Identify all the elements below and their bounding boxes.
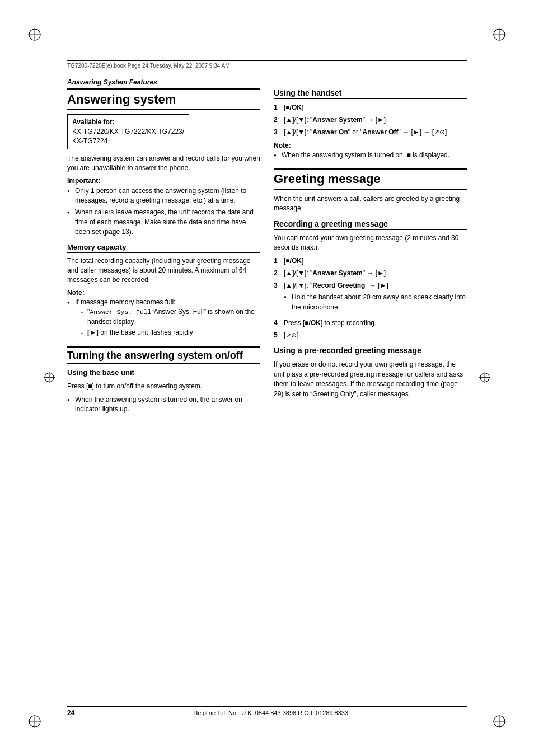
rec-step-5: 5 [↗⊙] <box>274 330 467 340</box>
handset-step-3: 3 [▲]/[▼]: "Answer On" or "Answer Off" →… <box>274 127 467 137</box>
footer: 24 Helpline Tel. No.: U.K. 0844 843 3898… <box>67 706 467 717</box>
greeting-title: Greeting message <box>274 168 467 189</box>
handset-note-bullet: When the answering system is turned on, … <box>274 151 467 160</box>
section-header: Answering System Features <box>67 78 467 86</box>
rec-step-1: 1 [■/OK] <box>274 256 467 266</box>
corner-mark-br <box>491 713 507 729</box>
handset-step-1: 1 [■/OK] <box>274 102 467 112</box>
corner-mark-tr <box>491 27 507 43</box>
rec-bullet-list: Hold the handset about 20 cm away and sp… <box>284 292 467 312</box>
bullet-item-2: When callers leave messages, the unit re… <box>67 208 260 237</box>
page-wrapper: TG7200-7220E(e).book Page 24 Tuesday, Ma… <box>0 0 534 756</box>
memory-capacity-title: Memory capacity <box>67 243 260 253</box>
base-unit-bullets: When the answering system is turned on, … <box>67 395 260 415</box>
available-label: Available for: <box>72 118 115 126</box>
important-label: Important: <box>67 177 260 185</box>
answering-system-title: Answering system <box>67 88 260 110</box>
recording-steps: 1 [■/OK] 2 [▲]/[▼]: "Answer System" → [►… <box>274 256 467 340</box>
corner-mark-tl <box>27 27 43 43</box>
side-mark-left <box>44 372 55 384</box>
recording-title: Recording a greeting message <box>274 219 467 230</box>
content-area: Answering System Features Answering syst… <box>67 78 467 700</box>
meta-line: TG7200-7220E(e).book Page 24 Tuesday, Ma… <box>67 60 467 69</box>
memory-dash-list: "Answer Sys. Full“Answer Sys. Full” is s… <box>75 307 260 337</box>
base-unit-bullet: When the answering system is turned on, … <box>67 395 260 415</box>
intro-text: The answering system can answer and reco… <box>67 154 260 173</box>
handset-title: Using the handset <box>274 88 467 99</box>
dash-item-2: [►] on the base unit flashes rapidly <box>81 328 260 337</box>
left-column: Answering system Available for: KX-TG722… <box>67 88 260 700</box>
available-models: KX-TG7220/KX-TG7222/KX-TG7223/KX-TG7224 <box>72 128 184 145</box>
greeting-intro: When the unit answers a call, callers ar… <box>274 194 467 214</box>
rec-step-4: 4 Press [■/OK] to stop recording. <box>274 318 467 328</box>
rec-step-3: 3 [▲]/[▼]: "Record Greeting" → [►] Hold … <box>274 280 467 316</box>
rec-step-2: 2 [▲]/[▼]: "Answer System" → [►] <box>274 268 467 278</box>
important-bullets: Only 1 person can access the answering s… <box>67 186 260 237</box>
recording-intro: You can record your own greeting message… <box>274 233 467 253</box>
bracket-symbol: [►] <box>87 328 99 336</box>
handset-steps: 1 [■/OK] 2 [▲]/[▼]: "Answer System" → [►… <box>274 102 467 137</box>
two-column-layout: Answering system Available for: KX-TG722… <box>67 88 467 700</box>
code-answer-full: Answer Sys. Full <box>90 308 151 316</box>
handset-step-2: 2 [▲]/[▼]: "Answer System" → [►] <box>274 115 467 125</box>
prerecorded-intro: If you erase or do not record your own g… <box>274 360 467 399</box>
memory-note-bullet: If message memory becomes full: "Answer … <box>67 298 260 338</box>
page-number: 24 <box>67 709 74 717</box>
base-unit-title: Using the base unit <box>67 368 260 378</box>
handset-note-list: When the answering system is turned on, … <box>274 151 467 160</box>
memory-note-list: If message memory becomes full: "Answer … <box>67 298 260 338</box>
rec-bullet: Hold the handset about 20 cm away and sp… <box>284 292 467 312</box>
base-unit-text: Press [■] to turn on/off the answering s… <box>67 382 260 391</box>
memory-note-label: Note: <box>67 289 260 297</box>
dash-item-1: "Answer Sys. Full“Answer Sys. Full” is s… <box>81 307 260 327</box>
turning-title: Turning the answering system on/off <box>67 346 260 364</box>
bullet-item-1: Only 1 person can access the answering s… <box>67 186 260 206</box>
handset-note-label: Note: <box>274 142 467 149</box>
file-info: TG7200-7220E(e).book Page 24 Tuesday, Ma… <box>67 63 230 69</box>
prerecorded-title: Using a pre-recorded greeting message <box>274 346 467 356</box>
memory-text: The total recording capacity (including … <box>67 256 260 285</box>
helpline: Helpline Tel. No.: U.K. 0844 843 3898 R.… <box>193 710 348 716</box>
corner-mark-bl <box>27 713 43 729</box>
available-for-box: Available for: KX-TG7220/KX-TG7222/KX-TG… <box>67 114 189 149</box>
side-mark-right <box>479 372 490 384</box>
right-column: Using the handset 1 [■/OK] 2 [▲]/[▼]: "A… <box>274 88 467 700</box>
